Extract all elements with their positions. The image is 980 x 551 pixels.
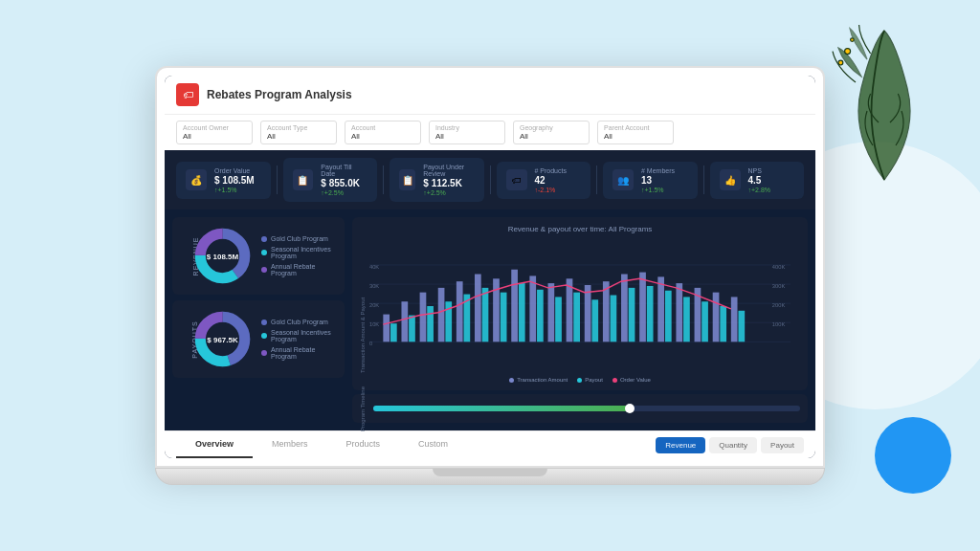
svg-rect-42 [519,283,525,342]
left-panels: REVENUE [172,217,345,423]
btn-quantity[interactable]: Quantity [709,437,757,453]
svg-text:0: 0 [369,341,372,346]
svg-rect-63 [713,293,720,342]
kpi-order-value: 💰 Order Value $ 108.5M ↑+1.5% [176,162,271,199]
kpi-nps: 👍 NPS 4.5 ↑+2.8% [710,162,805,199]
svg-point-0 [845,49,851,55]
svg-rect-31 [420,293,427,342]
dashboard-header: 🏷 Rebates Program Analysis [165,76,815,114]
kpi-divider-3 [490,165,491,194]
kpi-order-icon: 💰 [186,169,207,190]
filter-account-type[interactable]: Account Type All [260,121,337,144]
chart-legend: Transaction Amount Payout Order Value [360,377,800,383]
kpi-members: 👥 # Members 13 ↑+1.5% [603,162,698,199]
svg-text:40K: 40K [369,264,379,270]
svg-text:10K: 10K [369,321,379,327]
filter-account[interactable]: Account All [345,121,421,144]
legend-payout: Payout [577,377,603,383]
payout-legend-gold: Gold Club Program [261,319,337,325]
revenue-legend: Gold Club Program Seasonal Incentives Pr… [261,235,337,276]
bg-leaf-decoration [827,19,942,191]
revenue-donut-value: $ 108.5M [207,252,238,260]
svg-rect-43 [529,276,536,342]
svg-rect-41 [511,270,518,342]
legend-annual: Annual Rebate Program [261,263,337,276]
svg-rect-39 [493,278,500,342]
svg-rect-49 [585,285,591,342]
svg-text:100K: 100K [772,321,786,327]
svg-point-2 [851,38,855,42]
svg-rect-48 [573,293,580,342]
kpi-nps-icon: 👍 [720,169,741,190]
legend-order-value: Order Value [612,377,651,383]
svg-text:400K: 400K [772,264,786,270]
kpi-payout-till-date: 📋 Payout Till Date $ 855.0K ↑+2.5% [283,158,378,202]
tab-overview[interactable]: Overview [176,431,253,458]
svg-rect-38 [482,288,489,342]
kpi-divider-2 [383,165,384,194]
kpi-divider-4 [596,165,597,194]
tabs-right: Revenue Quantity Payout [656,437,804,453]
timeline-fill [373,406,630,411]
kpi-divider-1 [277,165,278,194]
btn-revenue[interactable]: Revenue [656,437,705,453]
svg-rect-62 [702,301,708,342]
filter-parent-account[interactable]: Parent Account All [597,121,674,144]
tabs-left: Overview Members Products Custom [176,431,467,458]
kpi-review-icon: 📋 [399,169,415,190]
legend-gold: Gold Club Program [261,235,337,242]
kpi-divider-5 [703,165,704,194]
filter-bar: Account Owner All Account Type All Accou… [165,114,815,150]
btn-payout[interactable]: Payout [761,437,804,453]
svg-rect-30 [409,316,415,342]
tab-members[interactable]: Members [253,431,327,458]
svg-rect-28 [390,323,397,342]
svg-text:300K: 300K [772,283,786,289]
legend-seasonal: Seasonal Incentives Program [261,246,337,259]
chart-area: Revenue & payout over time: All Programs… [352,217,808,423]
svg-rect-29 [401,301,408,342]
timeline-track[interactable] [373,406,800,411]
laptop-notch [433,469,547,476]
svg-point-1 [838,60,843,65]
svg-rect-56 [647,286,654,342]
main-content: REVENUE [165,209,815,430]
payouts-donut: $ 967.5K [191,308,254,370]
svg-rect-37 [475,275,481,342]
header-icon: 🏷 [176,83,199,106]
timeline-panel: Program Timeline [352,394,808,423]
timeline-label: Program Timeline [360,386,366,431]
svg-rect-50 [591,299,598,342]
y-axis-left-label: Transaction Amount & Payout [360,239,366,373]
tab-custom[interactable]: Custom [399,431,467,458]
payout-legend-seasonal: Seasonal Incentives Program [261,329,337,342]
tab-products[interactable]: Products [327,431,400,458]
kpi-payout-review: 📋 Payout Under Review $ 112.5K ↑+2.5% [390,158,484,202]
kpi-products-icon: 🏷 [506,169,527,190]
kpi-products: 🏷 # Products 42 ↑-2.1% [497,162,591,199]
revenue-donut-panel: REVENUE [172,217,345,295]
filter-geography[interactable]: Geography All [513,121,590,144]
laptop-screen: 🏷 Rebates Program Analysis Account Owner… [155,66,825,468]
revenue-donut: $ 108.5M [191,225,254,287]
svg-rect-45 [548,283,555,342]
svg-rect-57 [657,276,664,342]
laptop-base [155,468,825,485]
chart-title: Revenue & payout over time: All Programs [360,225,800,233]
laptop-wrapper: 🏷 Rebates Program Analysis Account Owner… [155,66,825,485]
kpi-bar: 💰 Order Value $ 108.5M ↑+1.5% 📋 Payout T… [165,150,815,209]
dashboard: 🏷 Rebates Program Analysis Account Owner… [165,76,815,458]
timeline-handle[interactable] [625,404,635,413]
svg-text:30K: 30K [369,283,379,289]
svg-rect-59 [676,283,682,342]
svg-text:20K: 20K [369,302,379,308]
svg-rect-52 [611,296,617,342]
main-chart: Revenue & payout over time: All Programs… [352,217,808,390]
svg-rect-46 [555,297,562,342]
legend-transaction: Transaction Amount [509,377,568,383]
filter-account-owner[interactable]: Account Owner All [176,121,253,144]
filter-industry[interactable]: Industry All [429,121,505,144]
payout-legend-annual: Annual Rebate Program [261,346,337,360]
svg-rect-35 [457,281,463,342]
kpi-payout-icon: 📋 [293,169,314,190]
